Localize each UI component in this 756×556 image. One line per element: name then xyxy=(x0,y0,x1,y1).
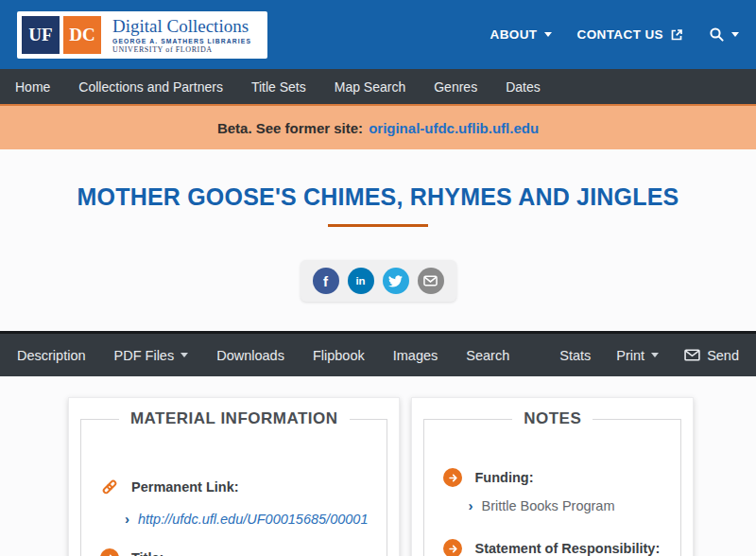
email-share-button[interactable] xyxy=(418,268,444,294)
page-title: MOTHER GOOSE'S CHIMES, RHYMES AND JINGLE… xyxy=(0,149,756,211)
title-divider xyxy=(328,224,428,227)
linkedin-icon: in xyxy=(355,275,365,287)
contact-us-link[interactable]: CONTACT US xyxy=(577,27,684,42)
chevron-right-icon: › xyxy=(468,496,472,515)
chevron-down-icon xyxy=(180,353,188,357)
statement-label: Statement of Responsibility: xyxy=(474,541,660,556)
chevron-right-icon: › xyxy=(125,510,129,529)
about-label: ABOUT xyxy=(490,27,538,42)
dc-logo-square: DC xyxy=(63,16,101,54)
facebook-icon: f xyxy=(323,273,328,289)
logo-subtitle-university: UNIVERSITY of FLORIDA xyxy=(112,45,251,54)
print-button[interactable]: Print xyxy=(616,348,659,363)
main-nav: Home Collections and Partners Title Sets… xyxy=(0,69,756,104)
social-share-bar: f in xyxy=(301,260,456,302)
ufdc-logo[interactable]: UF DC Digital Collections GEORGE A. SMAT… xyxy=(17,11,267,59)
metadata-cards-row: MATERIAL INFORMATION Permanent Link: › h… xyxy=(0,376,756,556)
tab-flipbook[interactable]: Flipbook xyxy=(313,348,365,363)
title-label: Title: xyxy=(131,550,163,556)
permanent-link-label-row: Permanent Link: xyxy=(100,478,368,496)
notes-title: NOTES xyxy=(512,409,593,428)
chevron-down-icon xyxy=(544,32,552,37)
permanent-link-value-row: › http://ufdc.ufl.edu/UF00015685/00001 xyxy=(125,510,368,530)
logo-subtitle-libraries: GEORGE A. SMATHERS LIBRARIES xyxy=(112,38,251,44)
twitter-icon xyxy=(388,274,403,288)
main-content: MOTHER GOOSE'S CHIMES, RHYMES AND JINGLE… xyxy=(0,149,756,556)
search-menu[interactable] xyxy=(709,26,739,43)
toolbar-left-group: Description PDF Files Downloads Flipbook… xyxy=(17,348,509,363)
search-icon xyxy=(709,26,725,43)
arrow-circle-right-icon xyxy=(100,548,119,556)
twitter-share-button[interactable] xyxy=(383,268,409,294)
link-icon xyxy=(100,478,119,496)
tab-pdf-files[interactable]: PDF Files xyxy=(114,348,189,363)
arrow-circle-right-icon xyxy=(443,468,462,487)
send-label: Send xyxy=(707,348,739,363)
notes-fieldset: NOTES Funding: › Brittle Books Program xyxy=(423,409,681,556)
nav-genres[interactable]: Genres xyxy=(434,79,477,95)
material-information-fieldset: MATERIAL INFORMATION Permanent Link: › h… xyxy=(80,409,387,556)
nav-dates[interactable]: Dates xyxy=(506,79,541,95)
stats-button[interactable]: Stats xyxy=(559,348,591,363)
former-site-link[interactable]: original-ufdc.uflib.ufl.edu xyxy=(369,120,539,136)
about-menu[interactable]: ABOUT xyxy=(490,27,552,42)
send-button[interactable]: Send xyxy=(684,348,739,363)
material-information-title: MATERIAL INFORMATION xyxy=(119,409,350,428)
beta-banner: Beta. See former site: original-ufdc.ufl… xyxy=(0,104,756,149)
funding-value-row: › Brittle Books Program xyxy=(468,496,662,516)
envelope-icon xyxy=(423,275,438,287)
chevron-down-icon xyxy=(651,353,659,357)
facebook-share-button[interactable]: f xyxy=(313,268,339,294)
chevron-down-icon xyxy=(731,32,739,37)
site-header: UF DC Digital Collections GEORGE A. SMAT… xyxy=(0,0,756,69)
permanent-link-label: Permanent Link: xyxy=(131,479,239,495)
header-menu: ABOUT CONTACT US xyxy=(490,26,740,43)
contact-us-label: CONTACT US xyxy=(577,27,664,42)
envelope-icon xyxy=(684,349,700,361)
material-information-card: MATERIAL INFORMATION Permanent Link: › h… xyxy=(68,397,400,556)
nav-collections-and-partners[interactable]: Collections and Partners xyxy=(78,79,223,95)
tab-images[interactable]: Images xyxy=(393,348,438,363)
nav-title-sets[interactable]: Title Sets xyxy=(251,79,306,95)
title-label-row: Title: xyxy=(100,548,368,556)
nav-map-search[interactable]: Map Search xyxy=(335,79,405,95)
pdf-files-label: PDF Files xyxy=(114,348,175,363)
linkedin-share-button[interactable]: in xyxy=(348,268,374,294)
notes-card: NOTES Funding: › Brittle Books Program xyxy=(411,397,694,556)
item-toolbar: Description PDF Files Downloads Flipbook… xyxy=(0,331,756,376)
arrow-circle-right-icon xyxy=(443,539,462,556)
tab-description[interactable]: Description xyxy=(17,348,86,363)
toolbar-right-group: Stats Print Send xyxy=(559,348,739,363)
beta-banner-text: Beta. See former site: xyxy=(217,120,363,136)
nav-home[interactable]: Home xyxy=(15,79,50,95)
statement-label-row: Statement of Responsibility: xyxy=(443,539,662,556)
permanent-link-url[interactable]: http://ufdc.ufl.edu/UF00015685/00001 xyxy=(138,510,368,530)
funding-label: Funding: xyxy=(474,470,533,485)
tab-downloads[interactable]: Downloads xyxy=(216,348,284,363)
uf-logo-square: UF xyxy=(22,16,60,54)
logo-title: Digital Collections xyxy=(112,17,251,36)
funding-value: Brittle Books Program xyxy=(481,496,614,516)
tab-search[interactable]: Search xyxy=(466,348,509,363)
logo-text: Digital Collections GEORGE A. SMATHERS L… xyxy=(105,16,263,54)
print-label: Print xyxy=(616,348,644,363)
external-link-icon xyxy=(670,28,683,42)
funding-label-row: Funding: xyxy=(443,468,662,487)
